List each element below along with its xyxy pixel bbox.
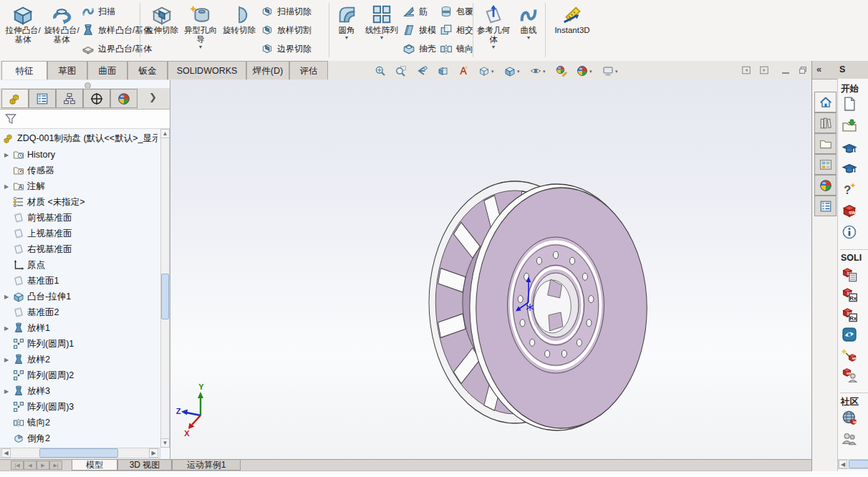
tree-item-annotations[interactable]: ▶注解 bbox=[4, 178, 45, 194]
tab-sheet-metal[interactable]: 钣金 bbox=[127, 61, 168, 80]
scroll-right-arrow[interactable]: ▶ bbox=[149, 448, 158, 458]
revolved-cut-button[interactable]: 旋转切除 bbox=[221, 1, 258, 59]
tree-item-chamfer2[interactable]: 倒角2 bbox=[4, 430, 50, 446]
view-settings-dropdown[interactable]: ▾ bbox=[615, 69, 618, 74]
rib-button[interactable]: 筋 bbox=[402, 5, 428, 18]
general-info-button[interactable] bbox=[842, 224, 857, 242]
tab-model[interactable]: 模型 bbox=[72, 460, 117, 471]
tab-property-manager[interactable] bbox=[29, 89, 56, 108]
dropdown-arrow-icon[interactable]: ▼ bbox=[331, 35, 362, 40]
dropdown-arrow-icon[interactable]: ▼ bbox=[364, 35, 400, 40]
scroll-left-arrow[interactable]: ◀ bbox=[1, 448, 11, 458]
draft-button[interactable]: 拔模 bbox=[402, 24, 436, 37]
whats-new-button[interactable] bbox=[842, 181, 857, 199]
dropdown-arrow-icon[interactable]: ▼ bbox=[513, 35, 544, 40]
compare-products-button[interactable] bbox=[842, 347, 857, 365]
scroll-up-arrow[interactable]: ▲ bbox=[160, 129, 170, 138]
hide-show-items-dropdown[interactable]: ▾ bbox=[543, 69, 546, 74]
mirror-button[interactable]: 镜向 bbox=[440, 42, 473, 55]
linear-pattern-button[interactable]: 线性阵列▼ bbox=[364, 1, 400, 59]
tree-item-boss-extrude1[interactable]: ▶凸台-拉伸1 bbox=[4, 289, 71, 304]
tree-item-cirpattern1[interactable]: 阵列(圆周)1 bbox=[4, 336, 74, 352]
graphics-viewport[interactable]: Y Z X bbox=[170, 80, 811, 459]
expand-caret-icon[interactable]: ▶ bbox=[4, 183, 10, 190]
tab-custom-properties[interactable] bbox=[814, 196, 836, 216]
apply-scene-dropdown[interactable]: ▾ bbox=[589, 69, 592, 74]
shell-button[interactable]: 抽壳 bbox=[402, 42, 436, 55]
customer-portal-button[interactable] bbox=[842, 410, 857, 428]
fillet-button[interactable]: 圆角▼ bbox=[331, 1, 362, 59]
instant3d-button[interactable]: Instant3D bbox=[547, 1, 597, 59]
intersect-button[interactable]: 相交 bbox=[440, 24, 473, 37]
tab-design-library[interactable] bbox=[814, 112, 836, 133]
sw-rx-button[interactable] bbox=[842, 307, 857, 324]
prev-tab-button[interactable]: ◀ bbox=[24, 461, 37, 470]
revolved-boss-base-button[interactable]: 旋转凸台/基体 bbox=[43, 1, 80, 59]
tree-item-cirpattern3[interactable]: 阵列(圆周)3 bbox=[4, 399, 74, 415]
toggle-right-pane-button[interactable] bbox=[758, 64, 771, 76]
zoom-to-fit-button[interactable] bbox=[372, 63, 388, 79]
tree-item-sensors[interactable]: 传感器 bbox=[4, 163, 54, 178]
3d-content-central-button[interactable] bbox=[842, 203, 857, 221]
tab-featuremanager-tree[interactable] bbox=[1, 89, 29, 108]
scroll-down-arrow[interactable]: ▼ bbox=[160, 438, 170, 448]
tree-item-front-plane[interactable]: 前视基准面 bbox=[4, 210, 72, 226]
scroll-left-arrow[interactable]: ◀ bbox=[839, 460, 847, 468]
dropdown-arrow-icon[interactable]: ▼ bbox=[182, 44, 219, 49]
scrollbar-thumb[interactable] bbox=[39, 448, 118, 458]
view-orientation-button[interactable] bbox=[476, 63, 492, 79]
first-tab-button[interactable]: |◀ bbox=[11, 461, 24, 470]
expand-caret-icon[interactable]: ▶ bbox=[4, 388, 10, 395]
tab-sketch[interactable]: 草图 bbox=[47, 61, 87, 80]
scrollbar-thumb[interactable] bbox=[161, 274, 169, 319]
tab-solidworks-resources[interactable] bbox=[814, 92, 836, 112]
tree-filter-bar[interactable] bbox=[0, 110, 170, 129]
display-style-dropdown[interactable]: ▾ bbox=[517, 69, 520, 74]
next-tab-button[interactable]: ▶ bbox=[37, 461, 49, 470]
minimize-button[interactable] bbox=[779, 64, 792, 76]
panel-tab-overflow-arrow[interactable]: ❯ bbox=[149, 92, 157, 102]
zoom-to-area-button[interactable] bbox=[393, 63, 409, 79]
last-tab-button[interactable]: ▶| bbox=[49, 461, 62, 470]
view-settings-button[interactable] bbox=[600, 63, 616, 79]
tree-item-right-plane[interactable]: 右视基准面 bbox=[4, 241, 72, 257]
boundary-cut-button[interactable]: 边界切除 bbox=[261, 42, 312, 55]
boundary-boss-button[interactable]: 边界凸台/基体 bbox=[82, 42, 152, 55]
tree-root-item[interactable]: ZDQ-001制动盘 (默认<<默认>_显示 bbox=[3, 130, 158, 146]
hide-show-items-button[interactable] bbox=[528, 63, 544, 79]
training-button[interactable] bbox=[842, 161, 857, 179]
expand-caret-icon[interactable]: ▶ bbox=[4, 152, 10, 158]
tree-item-cirpattern2[interactable]: 阵列(圆周)2 bbox=[4, 367, 74, 383]
tab-solidworks-mbd[interactable]: SOLIDWORKS MBD bbox=[168, 61, 246, 80]
section-view-button[interactable] bbox=[435, 63, 450, 79]
my-products-button[interactable] bbox=[842, 367, 857, 385]
tree-item-top-plane[interactable]: 上视基准面 bbox=[4, 226, 72, 241]
tutorials-button[interactable] bbox=[842, 141, 857, 159]
restore-button[interactable] bbox=[796, 64, 809, 76]
extruded-boss-base-button[interactable]: 拉伸凸台/基体 bbox=[4, 1, 42, 59]
collapse-pane-arrow[interactable]: « bbox=[816, 64, 821, 74]
edit-appearance-button[interactable] bbox=[554, 63, 569, 79]
tab-3d-views[interactable]: 3D 视图 bbox=[117, 460, 172, 471]
apply-scene-button[interactable] bbox=[574, 63, 590, 79]
tab-surfaces[interactable]: 曲面 bbox=[87, 61, 127, 80]
tab-view-palette[interactable] bbox=[814, 154, 836, 175]
lofted-cut-button[interactable]: 放样切割 bbox=[261, 24, 312, 37]
swept-boss-button[interactable]: 扫描 bbox=[82, 5, 115, 18]
view-orientation-dropdown[interactable]: ▾ bbox=[491, 69, 494, 74]
wrap-button[interactable]: 包覆 bbox=[440, 5, 473, 18]
tab-display-manager[interactable] bbox=[110, 89, 138, 108]
user-groups-button[interactable] bbox=[842, 431, 857, 449]
tree-item-history[interactable]: ▶History bbox=[4, 147, 55, 163]
tree-item-mirror2[interactable]: 镜向2 bbox=[4, 415, 50, 430]
toggle-left-pane-button[interactable] bbox=[740, 64, 753, 76]
tree-item-origin[interactable]: 原点 bbox=[4, 257, 45, 273]
extruded-cut-button[interactable]: 拉伸切除 bbox=[143, 1, 180, 59]
tree-item-plane1[interactable]: 基准面1 bbox=[4, 273, 59, 289]
tab-appearances[interactable] bbox=[814, 175, 836, 196]
tree-item-loft1[interactable]: ▶放样1 bbox=[4, 320, 50, 336]
hole-wizard-button[interactable]: 异型孔向导▼ bbox=[182, 1, 219, 59]
open-document-button[interactable] bbox=[842, 118, 857, 136]
scrollbar-thumb[interactable] bbox=[849, 460, 868, 468]
tab-features[interactable]: 特征 bbox=[1, 61, 47, 80]
